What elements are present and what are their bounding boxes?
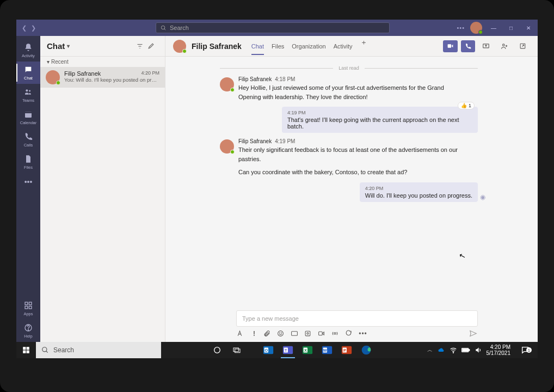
- chevron-down-icon[interactable]: ▾: [67, 43, 70, 49]
- new-chat-icon[interactable]: [147, 42, 158, 50]
- teams-icon: [23, 87, 33, 97]
- action-center-icon[interactable]: 1: [517, 346, 533, 354]
- gif-icon[interactable]: [291, 330, 299, 337]
- rail-apps[interactable]: Apps: [16, 297, 40, 320]
- chat-list-item[interactable]: Filip Safranek 4:20 PM You: Will do. I'l…: [40, 67, 165, 88]
- svg-rect-7: [29, 302, 32, 305]
- sender-avatar: [220, 139, 234, 154]
- svg-text:T: T: [285, 348, 287, 353]
- svg-point-11: [28, 329, 28, 330]
- format-icon[interactable]: [236, 330, 245, 337]
- task-view-icon[interactable]: [227, 342, 246, 358]
- read-receipt-icon: ◉: [480, 193, 485, 201]
- rail-label: Activity: [22, 53, 35, 58]
- window-close-button[interactable]: ✕: [522, 22, 534, 34]
- rail-files[interactable]: Files: [16, 151, 40, 173]
- conversation-avatar[interactable]: [173, 40, 186, 53]
- sticker-icon[interactable]: [304, 330, 313, 337]
- msg-text: Can you coordinate with the bakery, Cont…: [238, 168, 467, 177]
- more-tools-icon[interactable]: •••: [359, 330, 367, 338]
- message-in[interactable]: Filip Safranek4:19 PM Their only signifi…: [220, 138, 478, 177]
- wifi-icon[interactable]: [450, 346, 457, 354]
- powerpoint-icon[interactable]: P: [337, 342, 356, 358]
- phone-icon: [23, 132, 33, 142]
- volume-icon[interactable]: [475, 346, 482, 354]
- audio-call-button[interactable]: [461, 40, 475, 52]
- outlook-icon[interactable]: O: [259, 342, 278, 358]
- nav-back-icon[interactable]: ❮: [22, 24, 27, 32]
- rail-more-icon[interactable]: •••: [24, 173, 33, 191]
- edge-icon[interactable]: [357, 342, 376, 358]
- popout-button[interactable]: [515, 40, 530, 52]
- rail-calls[interactable]: Calls: [16, 128, 40, 151]
- approvals-icon[interactable]: [345, 330, 354, 337]
- message-input[interactable]: Type a new message: [236, 310, 478, 327]
- svg-point-0: [161, 26, 164, 29]
- rail-label: Calls: [24, 143, 33, 148]
- svg-point-14: [503, 44, 505, 46]
- rail-calendar[interactable]: Calendar: [16, 106, 40, 128]
- rail-label: Teams: [22, 98, 34, 103]
- excel-icon[interactable]: X: [298, 342, 317, 358]
- onedrive-icon[interactable]: [437, 346, 445, 354]
- rail-chat[interactable]: Chat: [16, 62, 40, 84]
- send-button[interactable]: [469, 329, 478, 338]
- message-in[interactable]: Filip Safranek4:18 PM Hey Hollie, I just…: [220, 76, 478, 101]
- message-out[interactable]: 👍1 4:19 PM That's great! I'll keep going…: [220, 107, 478, 133]
- msg-time: 4:19 PM: [287, 110, 472, 115]
- svg-text:W: W: [323, 348, 327, 353]
- taskbar-clock[interactable]: 4:20 PM 5/17/2021: [487, 344, 513, 356]
- search-icon: [41, 346, 49, 354]
- video-call-button[interactable]: [443, 40, 458, 52]
- battery-icon[interactable]: [461, 347, 470, 353]
- mouse-cursor-icon: ↖: [458, 251, 467, 261]
- contact-name: Filip Safranek: [64, 70, 101, 77]
- tab-files[interactable]: Files: [272, 38, 284, 55]
- teams-icon[interactable]: T: [279, 342, 297, 358]
- file-icon: [23, 154, 33, 164]
- stream-icon[interactable]: [331, 330, 340, 337]
- tray-chevron-icon[interactable]: ︿: [427, 346, 433, 354]
- svg-rect-26: [23, 351, 26, 353]
- add-people-button[interactable]: [497, 40, 512, 52]
- titlebar-more-icon[interactable]: •••: [457, 24, 465, 31]
- priority-icon[interactable]: !: [250, 330, 258, 338]
- rail-teams[interactable]: Teams: [16, 84, 40, 106]
- msg-reaction[interactable]: 👍1: [458, 102, 475, 109]
- screen-share-button[interactable]: [478, 40, 494, 52]
- filter-icon[interactable]: [137, 43, 147, 50]
- chat-list-section[interactable]: ▾ Recent: [40, 57, 165, 67]
- bell-icon: [23, 42, 33, 52]
- nav-forward-icon[interactable]: ❯: [31, 24, 36, 32]
- msg-sender: Filip Safranek: [238, 138, 272, 144]
- svg-rect-19: [292, 332, 298, 336]
- global-search-input[interactable]: Search: [156, 22, 390, 33]
- rail-label: Files: [24, 165, 33, 170]
- cortana-icon[interactable]: [208, 342, 226, 358]
- tab-activity[interactable]: Activity: [334, 38, 353, 55]
- rail-help[interactable]: Help: [16, 320, 40, 342]
- svg-rect-8: [25, 306, 28, 309]
- msg-time: 4:19 PM: [275, 138, 295, 144]
- tab-organization[interactable]: Organization: [292, 38, 325, 55]
- message-out[interactable]: 4:20 PM Will do. I'll keep you posted on…: [220, 182, 478, 202]
- thumbs-up-icon: 👍: [461, 103, 467, 108]
- compose-area: Type a new message ! •••: [236, 310, 478, 338]
- schedule-meeting-icon[interactable]: [318, 330, 327, 337]
- msg-sender: Filip Safranek: [238, 76, 272, 82]
- current-user-avatar[interactable]: [470, 22, 482, 34]
- emoji-icon[interactable]: [277, 330, 286, 337]
- taskbar-search-input[interactable]: Search: [36, 342, 161, 358]
- window-maximize-button[interactable]: □: [505, 22, 517, 34]
- start-button[interactable]: [16, 346, 36, 354]
- svg-rect-22: [319, 332, 323, 335]
- chat-item-preview: You: Will do. I'll keep you posted on pr…: [64, 77, 159, 83]
- tab-chat[interactable]: Chat: [251, 38, 264, 55]
- attach-icon[interactable]: [263, 330, 272, 337]
- svg-text:P: P: [343, 348, 346, 353]
- rail-activity[interactable]: Activity: [16, 39, 40, 62]
- svg-point-3: [29, 90, 30, 92]
- add-tab-button[interactable]: ＋: [360, 38, 367, 55]
- window-minimize-button[interactable]: —: [488, 22, 500, 34]
- word-icon[interactable]: W: [318, 342, 336, 358]
